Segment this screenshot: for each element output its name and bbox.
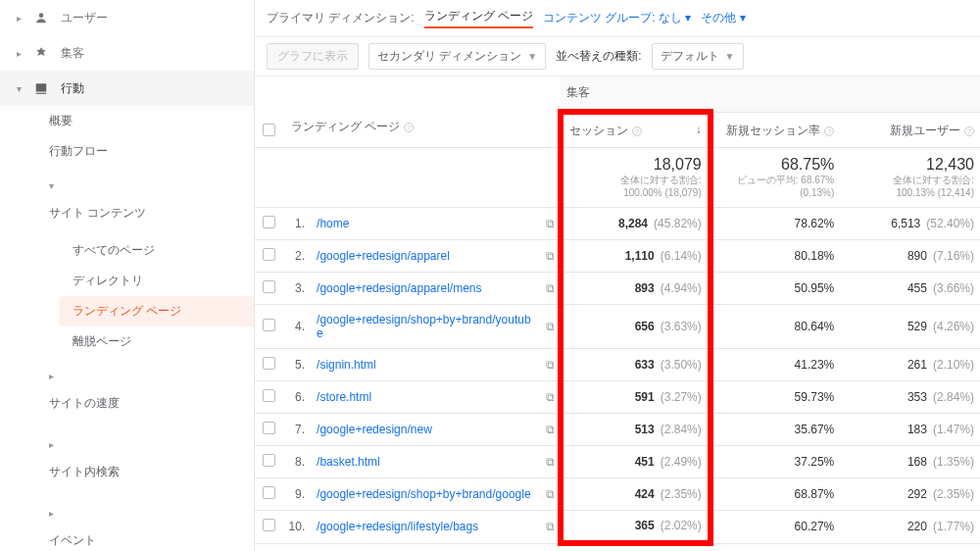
nav-site-speed[interactable]: ▸サイトの速度 <box>49 357 254 426</box>
th-new-session-rate[interactable]: 新規セッション率? <box>710 112 841 148</box>
summary-sessions: 18,079 全体に対する割合: 100.00% (18,079) <box>561 148 710 208</box>
th-new-users[interactable]: 新規ユーザー? <box>840 112 980 148</box>
cell-rate: 35.67% <box>710 414 841 446</box>
sort-desc-icon: ↓ <box>696 123 702 136</box>
dim-other[interactable]: その他 ▾ <box>701 10 745 26</box>
caret-right-icon: ▸ <box>49 364 238 388</box>
caret-down-icon: ▾ <box>49 174 238 198</box>
landing-page-link[interactable]: /basket.html <box>317 455 380 469</box>
landing-page-link[interactable]: /home <box>317 217 349 230</box>
row-checkbox[interactable] <box>263 280 275 293</box>
main-content: プライマリ ディメンション: ランディング ページ コンテンツ グループ: なし… <box>255 0 980 551</box>
cell-sessions: 656(3.63%) <box>561 305 710 349</box>
row-checkbox[interactable] <box>263 389 275 402</box>
cell-sessions: 8,284(45.82%) <box>561 208 710 240</box>
nav-events[interactable]: ▸イベント <box>49 494 254 551</box>
select-all-checkbox[interactable] <box>263 124 275 136</box>
popout-icon[interactable]: ⧉ <box>540 446 560 478</box>
row-index: 7. <box>283 414 312 446</box>
landing-page-link[interactable]: /google+redesign/new <box>317 423 432 436</box>
help-icon[interactable]: ? <box>964 126 974 136</box>
nav-site-search[interactable]: ▸サイト内検索 <box>49 426 254 494</box>
table-row: 9./google+redesign/shop+by+brand/google⧉… <box>255 478 980 511</box>
nav-landing-pages[interactable]: ランディング ページ <box>59 296 254 326</box>
row-checkbox[interactable] <box>263 486 275 499</box>
row-index: 2. <box>283 240 312 273</box>
popout-icon[interactable]: ⧉ <box>540 208 560 240</box>
popout-icon[interactable]: ⧉ <box>540 273 560 305</box>
popout-icon[interactable]: ⧉ <box>540 349 560 381</box>
chevron-down-icon: ▼ <box>527 51 537 62</box>
th-landing-page[interactable]: ランディング ページ? <box>283 76 561 148</box>
table-row: 10./google+redesign/lifestyle/bags⧉365(2… <box>255 511 980 544</box>
landing-page-link[interactable]: /google+redesign/shop+by+brand/google <box>317 487 531 501</box>
popout-icon[interactable]: ⧉ <box>540 305 560 349</box>
sidebar: ▸ ユーザー ▸ 集客 ▾ 行動 概要 行動フロー ▾サイト コンテンツ すべて… <box>0 0 255 551</box>
show-in-graph-button[interactable]: グラフに表示 <box>267 43 359 70</box>
nav-overview[interactable]: 概要 <box>49 106 254 136</box>
secondary-dimension-select[interactable]: セカンダリ ディメンション▼ <box>368 43 546 70</box>
cell-sessions: 591(3.27%) <box>561 381 710 414</box>
dimension-bar: プライマリ ディメンション: ランディング ページ コンテンツ グループ: なし… <box>255 0 980 37</box>
popout-icon[interactable]: ⧉ <box>540 414 560 446</box>
cell-users: 455(3.66%) <box>840 273 980 305</box>
cell-users: 183(1.47%) <box>840 414 980 446</box>
landing-page-link[interactable]: /google+redesign/apparel/mens <box>317 281 481 295</box>
sort-type-select[interactable]: デフォルト▼ <box>652 43 744 70</box>
help-icon[interactable]: ? <box>404 123 414 132</box>
table-row: 1./home⧉8,284(45.82%)78.62%6,513(52.40%) <box>255 208 980 240</box>
row-index: 6. <box>283 381 312 414</box>
cell-sessions: 513(2.84%) <box>561 414 710 446</box>
nav-acquisition-label: 集客 <box>61 45 84 62</box>
row-index: 4. <box>283 305 312 349</box>
summary-rate: 68.75% ビューの平均: 68.67% (0.13%) <box>710 148 841 208</box>
row-checkbox[interactable] <box>263 454 275 467</box>
row-index: 9. <box>283 478 312 511</box>
chevron-down-icon: ▼ <box>725 51 735 62</box>
row-checkbox[interactable] <box>263 248 275 261</box>
nav-behavior-label: 行動 <box>61 80 84 97</box>
th-sessions[interactable]: セッション?↓ <box>561 112 710 148</box>
row-index: 3. <box>283 273 312 305</box>
chevron-down-icon: ▾ <box>740 11 746 25</box>
row-checkbox[interactable] <box>263 216 275 228</box>
dim-landing-page[interactable]: ランディング ページ <box>424 8 533 28</box>
landing-page-link[interactable]: /store.html <box>317 390 371 404</box>
row-checkbox[interactable] <box>263 422 275 434</box>
nav-behavior-flow[interactable]: 行動フロー <box>49 136 254 167</box>
nav-site-content[interactable]: ▾サイト コンテンツ <box>49 167 254 235</box>
cell-users: 529(4.26%) <box>840 305 980 349</box>
popout-icon[interactable]: ⧉ <box>540 240 560 273</box>
behavior-submenu: 概要 行動フロー ▾サイト コンテンツ すべてのページ ディレクトリ ランディン… <box>0 106 254 551</box>
caret-right-icon: ▸ <box>49 432 238 457</box>
popout-icon[interactable]: ⧉ <box>540 511 560 544</box>
landing-page-link[interactable]: /google+redesign/apparel <box>317 249 450 263</box>
row-checkbox[interactable] <box>263 357 275 370</box>
nav-exit-pages[interactable]: 離脱ページ <box>49 326 254 357</box>
nav-acquisition[interactable]: ▸ 集客 <box>0 35 254 71</box>
landing-page-link[interactable]: /signin.html <box>317 358 376 372</box>
nav-all-pages[interactable]: すべてのページ <box>49 235 254 266</box>
row-checkbox[interactable] <box>263 319 275 331</box>
popout-icon[interactable]: ⧉ <box>540 478 560 511</box>
nav-behavior[interactable]: ▾ 行動 <box>0 71 254 106</box>
cell-sessions: 365(2.02%) <box>561 511 710 544</box>
nav-users[interactable]: ▸ ユーザー <box>0 0 254 35</box>
cell-rate: 78.62% <box>710 208 841 240</box>
popout-icon[interactable]: ⧉ <box>540 381 560 414</box>
table-row: 2./google+redesign/apparel⧉1,110(6.14%)8… <box>255 240 980 273</box>
row-checkbox[interactable] <box>263 519 275 531</box>
nav-directory[interactable]: ディレクトリ <box>49 266 254 296</box>
cell-sessions: 893(4.94%) <box>561 273 710 305</box>
cell-rate: 37.25% <box>710 446 841 478</box>
row-index: 10. <box>283 511 312 544</box>
landing-page-link[interactable]: /google+redesign/shop+by+brand/youtube <box>317 313 531 340</box>
acquisition-icon <box>31 46 51 61</box>
dim-content-group[interactable]: コンテンツ グループ: なし ▾ <box>543 10 691 26</box>
landing-page-link[interactable]: /google+redesign/lifestyle/bags <box>317 520 478 533</box>
cell-sessions: 451(2.49%) <box>561 446 710 478</box>
help-icon[interactable]: ? <box>824 126 834 136</box>
cell-rate: 80.64% <box>710 305 841 349</box>
cell-rate: 50.95% <box>710 273 841 305</box>
help-icon[interactable]: ? <box>632 126 642 136</box>
